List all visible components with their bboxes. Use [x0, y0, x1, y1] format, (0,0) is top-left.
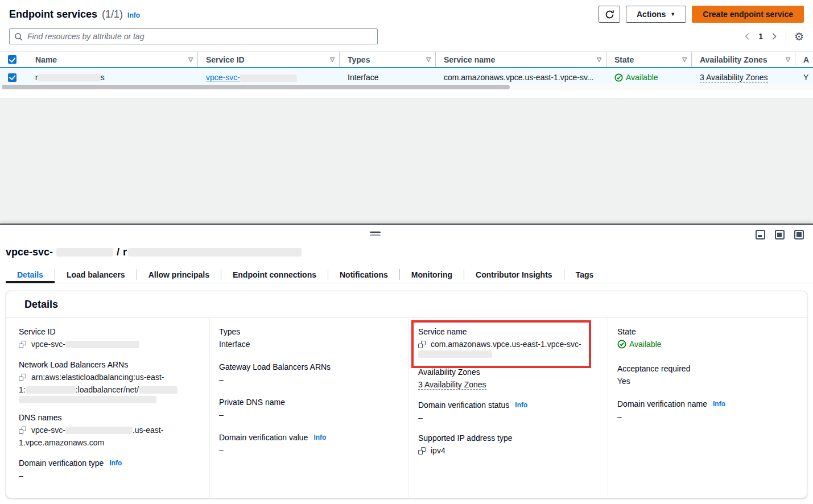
details-column-1: Service ID vpce-svc- Network Load Balanc… — [6, 318, 209, 497]
tab-notifications[interactable]: Notifications — [328, 266, 399, 283]
previous-page-button[interactable] — [744, 32, 752, 40]
search-icon — [14, 32, 23, 41]
tab-load-balancers[interactable]: Load balancers — [55, 266, 137, 283]
details-column-2: Types Interface Gateway Load Balancers A… — [209, 318, 408, 497]
actions-button[interactable]: Actions ▼ — [626, 6, 686, 23]
column-header-name[interactable]: Name ▽ — [27, 52, 198, 67]
info-link[interactable]: Info — [109, 459, 122, 467]
refresh-button[interactable] — [599, 6, 620, 23]
filter-icon[interactable]: ▽ — [330, 56, 335, 63]
field-service-name: Service name com.amazonaws.vpce.us-east-… — [418, 327, 595, 358]
panel-drag-handle-icon[interactable] — [370, 232, 381, 236]
availability-zones-popover[interactable]: 3 Availability Zones — [700, 73, 768, 82]
details-card-body: Service ID vpce-svc- Network Load Balanc… — [6, 318, 807, 496]
redacted-text — [38, 74, 101, 81]
details-card-header: Details — [6, 291, 807, 318]
field-gateway-load-balancers-arns: Gateway Load Balancers ARNs – — [219, 362, 396, 386]
search-row: 1 ⚙ — [0, 23, 813, 44]
column-header-service-name[interactable]: Service name ▽ — [436, 52, 606, 67]
empty-area — [0, 98, 813, 224]
field-domain-verification-status: Domain verification statusInfo – — [418, 400, 595, 424]
tab-monitoring[interactable]: Monitoring — [400, 266, 464, 283]
column-header-service-id[interactable]: Service ID ▽ — [198, 52, 340, 67]
tab-allow-principals[interactable]: Allow principals — [137, 266, 221, 283]
detail-tabs: Details Load balancers Allow principals … — [0, 266, 813, 283]
scrollbar-thumb[interactable] — [2, 85, 510, 89]
field-domain-verification-name: Domain verification nameInfo – — [617, 399, 794, 423]
field-service-id: Service ID vpce-svc- — [19, 327, 197, 350]
panel-size-large-icon[interactable] — [794, 230, 804, 239]
redacted-text — [128, 248, 302, 257]
field-domain-verification-type: Domain verification typeInfo – — [19, 458, 197, 482]
field-supported-ip-address-type: Supported IP address type ipv4 — [418, 433, 595, 457]
filter-icon[interactable]: ▽ — [786, 56, 790, 63]
page-title: Endpoint services — [9, 9, 97, 20]
endpoint-services-list: Endpoint services (1/1) Info Actions ▼ C… — [0, 0, 813, 224]
field-domain-verification-value: Domain verification valueInfo – — [219, 433, 396, 456]
info-link[interactable]: Info — [515, 401, 527, 409]
tab-contributor-insights[interactable]: Contributor Insights — [464, 266, 564, 283]
horizontal-scrollbar[interactable] — [0, 84, 813, 90]
resource-count: (1/1) — [102, 9, 123, 20]
create-endpoint-service-button[interactable]: Create endpoint service — [692, 6, 804, 23]
header-info-link[interactable]: Info — [127, 11, 140, 19]
column-header-types[interactable]: Types ▽ — [340, 52, 436, 67]
redacted-text — [139, 386, 178, 394]
details-card: Details Service ID vpce-svc- Network Loa… — [6, 291, 807, 498]
redacted-text — [65, 341, 139, 348]
filter-icon[interactable]: ▽ — [188, 56, 193, 63]
table-header-row: Name ▽ Service ID ▽ Types ▽ Service name… — [0, 52, 813, 67]
tab-tags[interactable]: Tags — [564, 266, 605, 283]
preferences-gear-icon[interactable]: ⚙ — [794, 31, 804, 42]
field-network-load-balancers-arns: Network Load Balancers ARNs arn:aws:elas… — [19, 360, 197, 403]
field-acceptance-required: Acceptance required Yes — [617, 364, 794, 387]
details-heading: Details — [24, 299, 789, 311]
field-dns-names: DNS names vpce-svc-.us-east- 1.vpce.amaz… — [19, 413, 197, 449]
column-header-state[interactable]: State ▽ — [606, 52, 692, 67]
split-panel: vpce-svc- / r Details Load balancers All… — [0, 224, 813, 504]
redacted-text — [418, 350, 492, 358]
column-header-availability-zones[interactable]: Availability Zones ▽ — [692, 52, 795, 67]
row-checkbox[interactable] — [8, 73, 16, 82]
copy-icon[interactable] — [19, 427, 26, 434]
filter-icon[interactable]: ▽ — [426, 56, 431, 63]
chevron-down-icon: ▼ — [670, 11, 675, 17]
check-circle-icon — [614, 73, 623, 82]
copy-icon[interactable] — [418, 447, 426, 455]
column-header-acceptance[interactable]: A — [795, 52, 813, 67]
copy-icon[interactable] — [19, 374, 26, 381]
service-id-link[interactable]: vpce-svc- — [206, 73, 297, 82]
refresh-icon — [605, 10, 614, 19]
redacted-text — [26, 386, 76, 394]
field-state: State Available — [617, 327, 794, 352]
field-availability-zones: Availability Zones 3 Availability Zones — [418, 367, 595, 391]
filter-icon[interactable]: ▽ — [597, 56, 601, 63]
panel-size-controls — [756, 230, 804, 239]
tab-endpoint-connections[interactable]: Endpoint connections — [221, 266, 328, 283]
info-link[interactable]: Info — [713, 400, 725, 408]
redacted-text — [65, 427, 133, 434]
copy-icon[interactable] — [19, 341, 26, 348]
info-link[interactable]: Info — [313, 433, 326, 441]
search-box[interactable] — [9, 28, 378, 44]
current-page-number[interactable]: 1 — [757, 32, 764, 41]
redacted-text — [19, 396, 156, 403]
redacted-text — [56, 248, 113, 257]
list-header: Endpoint services (1/1) Info Actions ▼ C… — [0, 0, 813, 23]
filter-icon[interactable]: ▽ — [682, 56, 687, 63]
next-page-button[interactable] — [770, 32, 778, 40]
panel-size-medium-icon[interactable] — [775, 230, 785, 239]
select-all-checkbox[interactable] — [8, 55, 16, 64]
redacted-text — [240, 75, 297, 82]
search-input[interactable] — [27, 32, 373, 41]
details-column-3: Service name com.amazonaws.vpce.us-east-… — [408, 318, 608, 497]
field-types: Types Interface — [219, 327, 396, 350]
panel-size-small-icon[interactable] — [756, 230, 765, 239]
copy-icon[interactable] — [418, 341, 426, 348]
availability-zones-popover[interactable]: 3 Availability Zones — [418, 380, 486, 390]
field-private-dns-name: Private DNS name – — [219, 398, 396, 421]
divider — [786, 30, 786, 43]
panel-title: vpce-svc- / r — [0, 225, 813, 258]
tab-details[interactable]: Details — [6, 266, 55, 283]
pagination: 1 ⚙ — [744, 30, 804, 43]
